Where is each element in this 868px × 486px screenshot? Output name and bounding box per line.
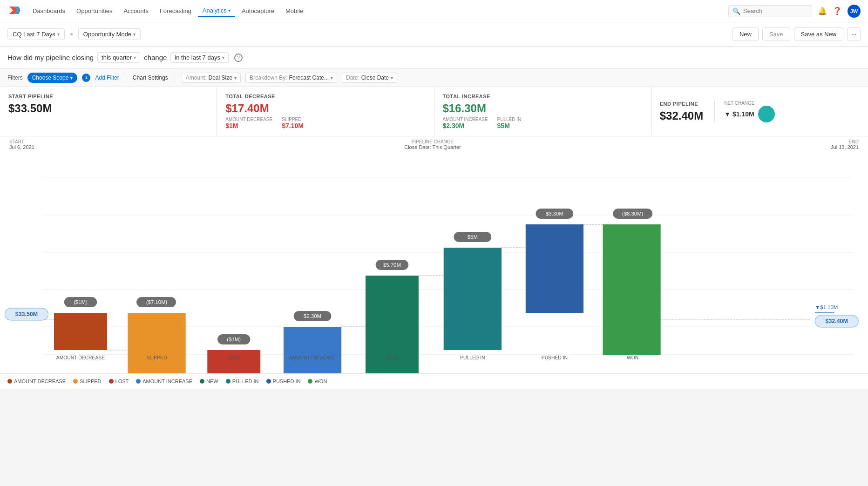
chart-svg: $33.50M ($1M) AMOUNT DECREASE ($7.10M) S… — [0, 150, 868, 373]
help-icon[interactable]: ❓ — [833, 7, 842, 15]
svg-text:$5.70M: $5.70M — [383, 262, 401, 268]
amount-label: Amount: — [186, 74, 207, 81]
amount-decrease-label: AMOUNT DECREASE — [225, 117, 272, 122]
chart-start-label: START Jul 6, 2021 — [9, 139, 34, 150]
svg-rect-47 — [603, 224, 660, 355]
days-chevron-icon: ▾ — [222, 55, 224, 60]
svg-text:$5M: $5M — [468, 234, 478, 240]
chart-area: START Jul 6, 2021 PIPELINE CHANGE Close … — [0, 136, 868, 373]
svg-text:($8.30M): ($8.30M) — [622, 211, 644, 216]
choose-scope-label: Choose Scope — [32, 74, 69, 81]
amount-value: Deal Size — [209, 74, 232, 81]
chart-end-label: END Jul 13, 2021 — [831, 139, 859, 150]
search-icon: 🔍 — [732, 7, 740, 15]
notification-icon[interactable]: 🔔 — [818, 7, 827, 15]
days-selector[interactable]: in the last 7 days ▾ — [170, 52, 229, 63]
legend-dot-pushed-in — [266, 379, 271, 384]
save-button[interactable]: Save — [762, 27, 790, 41]
question-prefix: How did my pipeline closing — [7, 54, 94, 61]
svg-rect-22 — [207, 350, 260, 373]
nav-autocapture[interactable]: Autocapture — [237, 6, 279, 16]
legend-label-amount-increase: AMOUNT INCREASE — [142, 378, 192, 384]
net-change-value: ▼ $1.10M — [724, 110, 754, 118]
choose-scope-button[interactable]: Choose Scope ▾ — [27, 73, 78, 83]
quarter-value: this quarter — [102, 54, 132, 61]
legend-label-lost: LOST — [115, 378, 129, 384]
breakdown-filter[interactable]: Breakdown By: Forecast Cate... ▾ — [245, 73, 337, 83]
legend-bar: AMOUNT DECREASE SLIPPED LOST AMOUNT INCR… — [0, 373, 868, 389]
legend-dot-lost — [109, 379, 114, 384]
legend-dot-slipped — [73, 379, 78, 384]
filters-label: Filters — [7, 74, 23, 81]
end-pipeline-title: END PIPELINE — [660, 101, 703, 107]
stat-start-pipeline: START PIPELINE $33.50M — [0, 87, 217, 136]
legend-dot-new — [200, 379, 204, 384]
legend-lost: LOST — [109, 378, 129, 384]
nav-accounts[interactable]: Accounts — [119, 6, 153, 16]
amount-decrease-sub: AMOUNT DECREASE $1M — [225, 117, 272, 129]
svg-rect-27 — [284, 327, 341, 373]
svg-text:$32.40M: $32.40M — [826, 318, 848, 324]
mode-chevron-icon: ▾ — [133, 32, 136, 37]
date-filter[interactable]: Date: Close Date ▾ — [342, 73, 397, 83]
pulled-in-label: PULLED IN — [497, 117, 522, 122]
pulled-in-sub: PULLED IN $5M — [497, 117, 522, 129]
new-button[interactable]: New — [732, 27, 759, 41]
nav-forecasting[interactable]: Forecasting — [155, 6, 196, 16]
slipped-sub: SLIPPED $7.10M — [282, 117, 304, 129]
date-chevron-icon: ▾ — [391, 75, 393, 81]
svg-text:WON: WON — [627, 355, 638, 360]
chart-center-label: PIPELINE CHANGE Close Date: This Quarter — [404, 139, 461, 150]
legend-pushed-in: PUSHED IN — [266, 378, 301, 384]
view-selector[interactable]: CQ Last 7 Days ▾ — [7, 28, 65, 40]
quarter-chevron-icon: ▾ — [134, 55, 136, 60]
svg-rect-37 — [444, 248, 502, 350]
svg-text:($1M): ($1M) — [74, 299, 88, 305]
svg-text:AMOUNT INCREASE: AMOUNT INCREASE — [289, 355, 336, 360]
quarter-selector[interactable]: this quarter ▾ — [97, 52, 140, 63]
nav-analytics[interactable]: Analytics ▾ — [198, 5, 235, 17]
add-filter-button[interactable]: Add Filter — [95, 74, 119, 81]
total-decrease-title: TOTAL DECREASE — [225, 94, 425, 99]
more-options-button[interactable]: ··· — [847, 27, 861, 41]
logo[interactable] — [7, 3, 22, 19]
svg-rect-12 — [54, 313, 107, 350]
nav-dashboards[interactable]: Dashboards — [28, 6, 70, 16]
question-help-icon[interactable]: ? — [234, 54, 243, 62]
total-increase-title: TOTAL INCREASE — [443, 94, 643, 99]
filter-divider — [126, 73, 126, 82]
legend-label-new: NEW — [206, 378, 218, 384]
nav-opportunities[interactable]: Opportunities — [72, 6, 117, 16]
svg-text:AMOUNT DECREASE: AMOUNT DECREASE — [56, 355, 105, 360]
start-pipeline-title: START PIPELINE — [8, 94, 208, 99]
svg-text:($7.10M): ($7.10M) — [146, 299, 168, 305]
stats-row: START PIPELINE $33.50M TOTAL DECREASE $1… — [0, 87, 868, 136]
chart-settings-label[interactable]: Chart Settings — [133, 74, 168, 81]
total-decrease-value: $17.40M — [225, 102, 425, 115]
svg-text:SLIPPED: SLIPPED — [147, 355, 167, 360]
legend-won: WON — [308, 378, 327, 384]
amount-increase-val: $2.30M — [443, 122, 488, 129]
svg-text:$3.30M: $3.30M — [546, 211, 563, 216]
user-avatar[interactable]: JW — [848, 5, 861, 18]
breakdown-label: Breakdown By: — [250, 74, 287, 81]
search-input[interactable] — [743, 7, 799, 14]
nav-mobile[interactable]: Mobile — [281, 6, 308, 16]
mode-selector[interactable]: Opportunity Mode ▾ — [78, 28, 141, 40]
legend-new: NEW — [200, 378, 218, 384]
svg-text:$2.30M: $2.30M — [304, 313, 321, 319]
stat-total-increase: TOTAL INCREASE $16.30M AMOUNT INCREASE $… — [434, 87, 651, 136]
question-bar: How did my pipeline closing this quarter… — [0, 47, 868, 69]
amount-filter[interactable]: Amount: Deal Size ▾ — [182, 73, 241, 83]
legend-dot-won — [308, 379, 312, 384]
search-box[interactable]: 🔍 — [728, 5, 812, 17]
date-label: Date: — [346, 74, 359, 81]
legend-label-slipped: SLIPPED — [80, 378, 101, 384]
days-value: in the last 7 days — [175, 54, 220, 61]
waterfall-chart[interactable]: $33.50M ($1M) AMOUNT DECREASE ($7.10M) S… — [0, 150, 868, 373]
view-label: CQ Last 7 Days — [13, 31, 55, 38]
breakdown-value: Forecast Cate... — [289, 74, 329, 81]
date-value: Close Date — [361, 74, 389, 81]
mode-label: Opportunity Mode — [83, 31, 131, 38]
save-as-new-button[interactable]: Save as New — [794, 27, 844, 41]
